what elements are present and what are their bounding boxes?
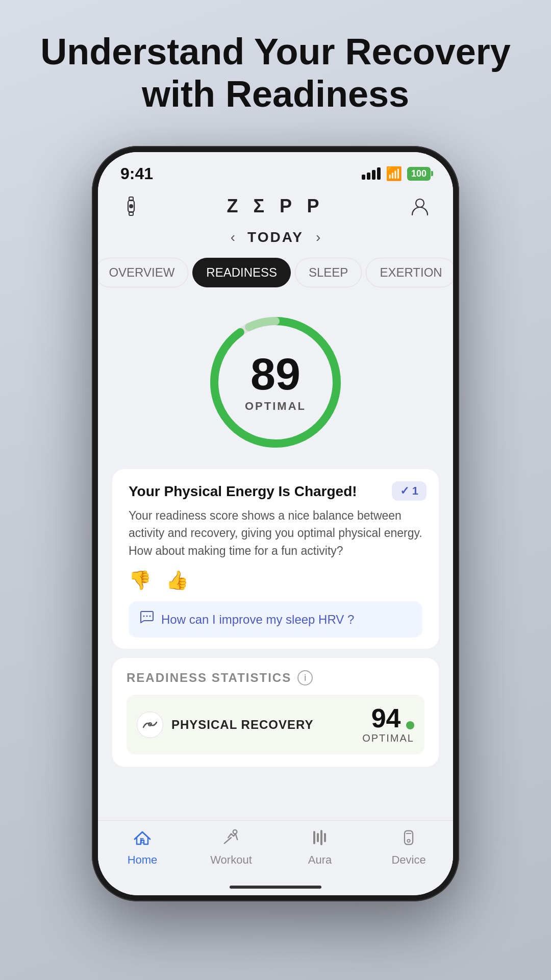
- svg-point-10: [149, 616, 151, 617]
- profile-icon[interactable]: [409, 195, 431, 217]
- home-indicator: [98, 883, 453, 895]
- svg-point-8: [143, 616, 145, 617]
- nav-aura-label: Aura: [308, 853, 332, 867]
- svg-point-4: [416, 199, 424, 207]
- insight-card: ✓ 1 Your Physical Energy Is Charged! You…: [112, 469, 439, 649]
- nav-home-label: Home: [128, 853, 158, 867]
- physical-recovery-icon: [137, 712, 163, 738]
- home-indicator-bar: [230, 886, 321, 889]
- app-header: Z Σ P P: [98, 187, 453, 225]
- tab-sleep[interactable]: SLEEP: [295, 258, 362, 287]
- stat-name-physical-recovery: PHYSICAL RECOVERY: [171, 718, 354, 732]
- ai-question-text: How can I improve my sleep HRV ?: [161, 612, 354, 627]
- home-icon: Σ: [133, 829, 152, 850]
- score-area: 89 OPTIMAL: [98, 296, 453, 464]
- ai-question-button[interactable]: How can I improve my sleep HRV ?: [129, 601, 422, 638]
- stat-status-dot: [406, 721, 414, 729]
- stat-value-physical-recovery: 94: [371, 703, 401, 733]
- thumbs-down-button[interactable]: 👎: [129, 570, 152, 591]
- svg-rect-14: [313, 831, 315, 844]
- nav-workout-label: Workout: [210, 853, 252, 867]
- status-icons: 📶 100: [362, 166, 431, 182]
- wifi-icon: 📶: [386, 166, 402, 182]
- insight-body: Your readiness score shows a nice balanc…: [129, 507, 422, 560]
- phone-frame: 9:41 📶 100: [92, 146, 459, 901]
- svg-point-13: [233, 829, 237, 834]
- battery-icon: 100: [407, 167, 431, 181]
- current-date-label: TODAY: [247, 229, 304, 246]
- page-title: Understand Your Recovery with Readiness: [10, 31, 541, 115]
- stats-section-title: READINESS STATISTICS: [127, 671, 291, 685]
- signal-bars-icon: [362, 167, 381, 180]
- tabs-bar: OVERVIEW READINESS SLEEP EXERTION: [98, 254, 453, 296]
- svg-rect-17: [324, 833, 326, 842]
- aura-icon: [310, 829, 330, 850]
- tab-exertion[interactable]: EXERTION: [366, 258, 453, 287]
- ring-center: 89 OPTIMAL: [245, 352, 306, 413]
- date-nav: ‹ TODAY ›: [98, 225, 453, 254]
- nav-item-aura[interactable]: Aura: [289, 829, 350, 867]
- stats-info-icon[interactable]: i: [297, 670, 313, 685]
- readiness-stats-card: READINESS STATISTICS i PHYSICAL RECOVERY: [112, 658, 439, 767]
- bottom-nav: Σ Home Workout: [98, 820, 453, 883]
- app-logo: Z Σ P P: [227, 195, 324, 217]
- svg-rect-16: [320, 830, 322, 845]
- svg-rect-15: [317, 833, 319, 842]
- nav-device-label: Device: [391, 853, 425, 867]
- tab-readiness[interactable]: READINESS: [192, 258, 291, 287]
- svg-text:Σ: Σ: [140, 837, 144, 845]
- stat-row-physical-recovery: PHYSICAL RECOVERY 94 OPTIMAL: [127, 695, 424, 754]
- insight-title: Your Physical Energy Is Charged!: [129, 483, 422, 500]
- ai-chat-icon: [139, 609, 155, 629]
- ring-score-label: OPTIMAL: [245, 400, 306, 413]
- svg-point-3: [129, 204, 133, 208]
- ring-score-value: 89: [245, 352, 306, 397]
- svg-point-9: [146, 616, 148, 617]
- stats-header: READINESS STATISTICS i: [127, 670, 424, 685]
- prev-date-button[interactable]: ‹: [231, 229, 235, 246]
- svg-point-19: [407, 839, 410, 842]
- stat-value-block: 94 OPTIMAL: [362, 705, 414, 744]
- thumbs-up-button[interactable]: 👍: [166, 570, 189, 591]
- status-bar: 9:41 📶 100: [98, 152, 453, 187]
- workout-icon: [221, 829, 241, 850]
- phone-screen: 9:41 📶 100: [98, 152, 453, 895]
- next-date-button[interactable]: ›: [316, 229, 320, 246]
- readiness-ring: 89 OPTIMAL: [204, 311, 347, 454]
- badge-check-icon: ✓: [400, 484, 409, 498]
- nav-item-device[interactable]: Device: [378, 829, 439, 867]
- stat-sub-label: OPTIMAL: [362, 732, 414, 744]
- nav-item-home[interactable]: Σ Home: [112, 829, 173, 867]
- nav-item-workout[interactable]: Workout: [201, 829, 262, 867]
- feedback-row: 👎 👍: [129, 570, 422, 591]
- insight-badge: ✓ 1: [392, 481, 427, 501]
- watch-icon[interactable]: [120, 195, 142, 217]
- tab-overview[interactable]: OVERVIEW: [98, 258, 188, 287]
- status-time: 9:41: [120, 164, 153, 183]
- device-icon: [399, 829, 418, 850]
- scroll-content[interactable]: ✓ 1 Your Physical Energy Is Charged! You…: [98, 464, 453, 820]
- badge-count: 1: [412, 484, 418, 498]
